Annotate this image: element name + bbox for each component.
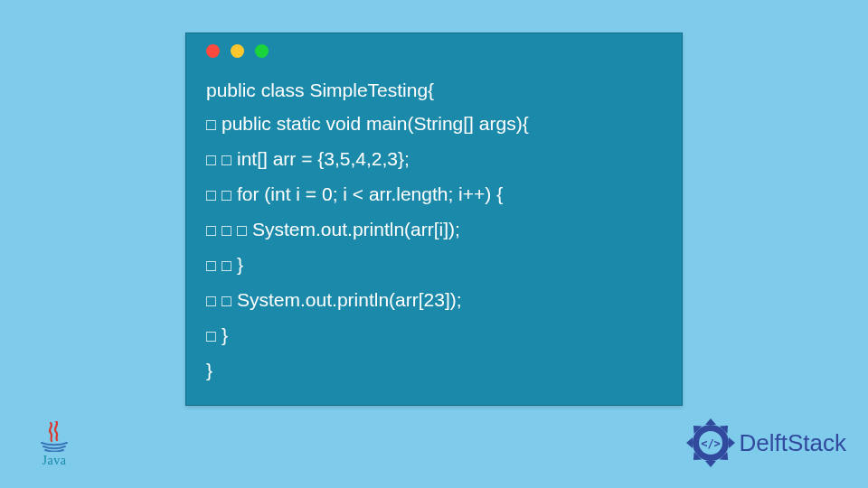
code-text: System.out.println(arr[i]); bbox=[252, 219, 460, 239]
window-titlebar bbox=[186, 33, 682, 68]
indent-box-icon bbox=[222, 183, 237, 204]
svg-marker-4 bbox=[705, 461, 716, 467]
indent-box-icon bbox=[206, 148, 222, 169]
code-text: public static void main(String[] args){ bbox=[222, 113, 529, 134]
code-line: public class SimpleTesting{ bbox=[206, 73, 662, 107]
code-line: System.out.println(arr[i]); bbox=[206, 212, 662, 248]
code-text: public class SimpleTesting{ bbox=[206, 80, 434, 100]
indent-box-icon bbox=[237, 219, 252, 239]
gear-icon: </> bbox=[685, 418, 736, 468]
indent-box-icon bbox=[222, 219, 237, 239]
indent-box-icon bbox=[222, 254, 237, 275]
code-text: } bbox=[206, 360, 212, 380]
indent-box-icon bbox=[222, 289, 237, 310]
code-block: public class SimpleTesting{public static… bbox=[186, 68, 682, 392]
java-cup-icon bbox=[34, 421, 74, 452]
code-line: } bbox=[206, 248, 662, 283]
svg-marker-0 bbox=[705, 418, 716, 425]
code-text: } bbox=[222, 324, 228, 345]
code-line: System.out.println(arr[23]); bbox=[206, 283, 662, 318]
indent-box-icon bbox=[206, 254, 222, 275]
java-logo: Java bbox=[34, 421, 74, 468]
code-line: for (int i = 0; i < arr.length; i++) { bbox=[206, 177, 662, 212]
code-text: } bbox=[237, 254, 243, 275]
indent-box-icon bbox=[206, 183, 222, 204]
delftstack-logo: </> DelftStack bbox=[685, 418, 847, 468]
java-logo-label: Java bbox=[34, 454, 74, 468]
maximize-icon[interactable] bbox=[255, 44, 269, 58]
svg-marker-2 bbox=[729, 437, 735, 448]
indent-box-icon bbox=[206, 289, 222, 310]
code-line: public static void main(String[] args){ bbox=[206, 107, 662, 142]
minimize-icon[interactable] bbox=[231, 44, 244, 58]
close-icon[interactable] bbox=[206, 44, 220, 58]
indent-box-icon bbox=[206, 113, 222, 134]
indent-box-icon bbox=[222, 148, 237, 169]
code-text: int[] arr = {3,5,4,2,3}; bbox=[237, 148, 410, 169]
delftstack-label: DelftStack bbox=[740, 429, 847, 457]
code-line: } bbox=[206, 318, 662, 353]
indent-box-icon bbox=[206, 324, 222, 345]
svg-marker-6 bbox=[686, 437, 693, 448]
code-text: System.out.println(arr[23]); bbox=[237, 289, 462, 310]
svg-text:</>: </> bbox=[701, 437, 721, 450]
indent-box-icon bbox=[206, 219, 222, 239]
code-window: public class SimpleTesting{public static… bbox=[185, 33, 683, 406]
code-line: } bbox=[206, 353, 662, 387]
code-text: for (int i = 0; i < arr.length; i++) { bbox=[237, 183, 503, 204]
code-line: int[] arr = {3,5,4,2,3}; bbox=[206, 142, 662, 177]
